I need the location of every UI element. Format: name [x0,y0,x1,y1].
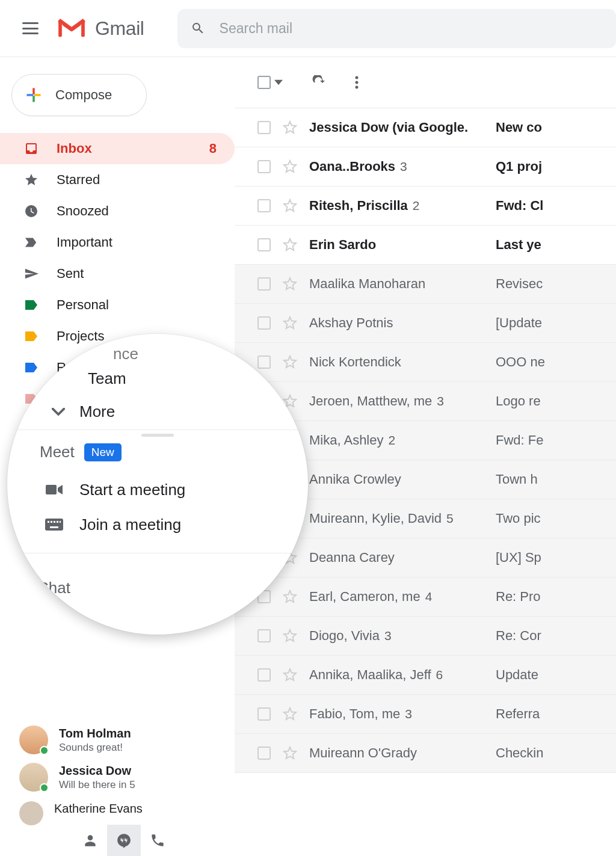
drag-handle[interactable] [141,434,174,437]
start-meeting-button[interactable]: Start a meeting [45,472,308,507]
sidebar-item-sent[interactable]: Sent [0,258,235,289]
select-all-checkbox[interactable] [257,76,283,89]
star-icon[interactable] [283,355,297,369]
mail-checkbox[interactable] [257,316,271,330]
mail-checkbox[interactable] [257,160,271,173]
mail-sender: Maalika Manoharan [309,276,484,292]
chat-tab-contacts[interactable] [73,825,107,856]
more-label: More [79,402,115,421]
star-icon[interactable] [283,120,297,135]
keyboard-icon [45,519,64,531]
chat-item-tom[interactable]: Tom Holman Sounds great! [19,721,235,759]
mail-subject: Q1 proj [496,159,542,174]
compose-button[interactable]: Compose [11,74,147,116]
svg-rect-2 [32,88,35,94]
search-input[interactable] [220,20,603,37]
chat-contact-snippet: Will be there in 5 [59,778,135,791]
mail-checkbox[interactable] [257,238,271,251]
chat-contact-name: Katherine Evans [54,801,143,816]
mail-row[interactable]: Ritesh, Priscilla 2 Fwd: Cl [235,186,616,226]
star-icon[interactable] [283,277,297,291]
chat-bottom-tabs [73,825,235,856]
mail-subject: OOO ne [496,354,545,370]
mail-subject: [Update [496,315,542,331]
mail-subject: Logo re [496,393,541,409]
compose-plus-icon [24,85,43,105]
join-meeting-button[interactable]: Join a meeting [45,507,308,542]
inbox-icon [24,141,38,156]
mail-checkbox[interactable] [257,121,271,134]
star-icon[interactable] [283,629,297,643]
magnifier-more-row[interactable]: More [52,402,308,421]
mail-sender: Annika Crowley [309,472,484,487]
mail-row[interactable]: Earl, Cameron, me 4 Re: Pro [235,577,616,617]
mail-checkbox[interactable] [257,707,271,721]
mail-row[interactable]: Oana..Brooks 3 Q1 proj [235,147,616,186]
mail-checkbox[interactable] [257,747,271,760]
star-icon[interactable] [283,590,297,604]
search-icon [191,21,205,35]
mail-checkbox[interactable] [257,629,271,642]
mail-row[interactable]: Jessica Dow (via Google. New co [235,108,616,147]
chat-tab-hangouts[interactable] [107,825,141,856]
star-icon[interactable] [283,159,297,174]
mail-sender: Nick Kortendick [309,354,484,370]
chat-tab-calls[interactable] [141,825,174,856]
mail-subject: Referra [496,706,540,722]
sidebar-item-important[interactable]: Important [0,227,235,258]
star-icon[interactable] [283,316,297,330]
mail-row[interactable]: Akshay Potnis [Update [235,304,616,343]
sidebar-item-personal[interactable]: Personal [0,289,235,321]
svg-rect-17 [50,526,58,528]
sidebar-item-starred[interactable]: Starred [0,164,235,196]
refresh-icon[interactable] [312,75,326,90]
avatar [19,725,48,754]
svg-point-8 [356,81,359,84]
mail-sender: Oana..Brooks 3 [309,159,484,174]
chat-panel: Tom Holman Sounds great! Jessica Dow Wil… [0,721,235,856]
star-icon[interactable] [283,668,297,682]
mail-row[interactable]: Maalika Manoharan Revisec [235,265,616,304]
star-icon[interactable] [283,238,297,252]
chat-item-katherine[interactable]: Katherine Evans [19,796,235,821]
mail-subject: Checkin [496,745,543,761]
mail-row[interactable]: Erin Sardo Last ye [235,226,616,265]
mail-row[interactable]: Jeroen, Matthew, me 3 Logo re [235,382,616,421]
svg-rect-5 [34,94,41,96]
chevron-down-icon [52,408,65,416]
svg-rect-4 [26,94,33,96]
more-vert-icon[interactable] [355,75,359,90]
mail-row[interactable]: Fabio, Tom, me 3 Referra [235,695,616,734]
svg-rect-14 [54,521,55,523]
sidebar-item-snoozed[interactable]: Snoozed [0,196,235,227]
chat-item-jessica[interactable]: Jessica Dow Will be there in 5 [19,759,235,796]
mail-row[interactable]: Annika, Maalika, Jeff 6 Update [235,656,616,695]
star-icon[interactable] [283,707,297,721]
main-menu-icon[interactable] [22,22,38,34]
mail-row[interactable]: Nick Kortendick OOO ne [235,343,616,382]
mail-sender: Mika, Ashley 2 [309,433,484,448]
mail-checkbox[interactable] [257,199,271,212]
star-icon[interactable] [283,199,297,213]
mail-checkbox[interactable] [257,356,271,369]
svg-rect-0 [58,20,62,37]
camera-icon [45,484,64,496]
star-icon[interactable] [283,746,297,760]
mail-sender: Ritesh, Priscilla 2 [309,198,484,214]
avatar [19,801,43,825]
search-bar[interactable] [177,9,616,48]
gmail-wordmark: Gmail [95,17,144,40]
gmail-logo[interactable]: Gmail [57,17,144,40]
mail-sender: Earl, Cameron, me 4 [309,589,484,605]
presence-dot [40,746,49,755]
mail-row[interactable]: Muireann O'Grady Checkin [235,734,616,773]
mail-row[interactable]: Diogo, Vivia 3 Re: Cor [235,617,616,656]
mail-sender: Muireann O'Grady [309,745,484,761]
svg-rect-10 [46,485,57,494]
sidebar-item-label: Personal [57,297,109,313]
svg-rect-3 [32,96,35,102]
chat-contact-name: Jessica Dow [59,763,135,778]
sidebar-item-inbox[interactable]: Inbox 8 [0,133,235,164]
mail-checkbox[interactable] [257,277,271,291]
mail-checkbox[interactable] [257,668,271,682]
